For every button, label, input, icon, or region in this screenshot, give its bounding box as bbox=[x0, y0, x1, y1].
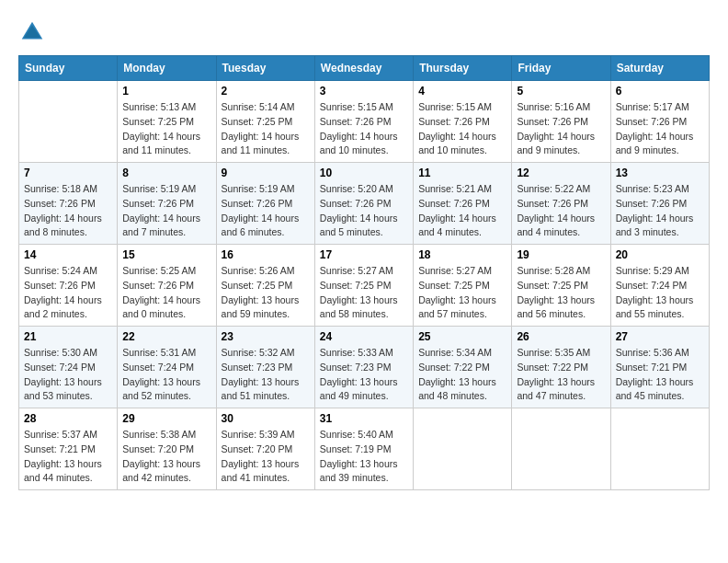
day-info: Sunrise: 5:14 AM Sunset: 7:25 PM Dayligh… bbox=[222, 100, 310, 158]
calendar-cell bbox=[19, 81, 118, 163]
day-info: Sunrise: 5:15 AM Sunset: 7:26 PM Dayligh… bbox=[418, 100, 506, 158]
calendar-cell: 4Sunrise: 5:15 AM Sunset: 7:26 PM Daylig… bbox=[414, 81, 512, 163]
weekday-header-sunday: Sunday bbox=[19, 56, 118, 81]
day-info: Sunrise: 5:15 AM Sunset: 7:26 PM Dayligh… bbox=[320, 100, 408, 158]
calendar-week-row: 28Sunrise: 5:37 AM Sunset: 7:21 PM Dayli… bbox=[19, 408, 710, 490]
day-number: 19 bbox=[517, 248, 605, 261]
day-info: Sunrise: 5:35 AM Sunset: 7:22 PM Dayligh… bbox=[517, 346, 605, 404]
calendar-cell: 19Sunrise: 5:28 AM Sunset: 7:25 PM Dayli… bbox=[512, 245, 610, 327]
day-number: 14 bbox=[24, 248, 112, 261]
day-info: Sunrise: 5:38 AM Sunset: 7:20 PM Dayligh… bbox=[122, 428, 210, 486]
day-number: 24 bbox=[320, 330, 408, 343]
weekday-header-tuesday: Tuesday bbox=[216, 56, 314, 81]
day-info: Sunrise: 5:22 AM Sunset: 7:26 PM Dayligh… bbox=[517, 182, 605, 240]
day-info: Sunrise: 5:34 AM Sunset: 7:22 PM Dayligh… bbox=[418, 346, 506, 404]
calendar-table: SundayMondayTuesdayWednesdayThursdayFrid… bbox=[18, 55, 710, 490]
calendar-cell: 22Sunrise: 5:31 AM Sunset: 7:24 PM Dayli… bbox=[118, 327, 216, 408]
calendar-cell: 29Sunrise: 5:38 AM Sunset: 7:20 PM Dayli… bbox=[118, 408, 216, 490]
calendar-cell: 20Sunrise: 5:29 AM Sunset: 7:24 PM Dayli… bbox=[610, 245, 709, 327]
day-info: Sunrise: 5:13 AM Sunset: 7:25 PM Dayligh… bbox=[122, 100, 210, 158]
calendar-cell: 6Sunrise: 5:17 AM Sunset: 7:26 PM Daylig… bbox=[610, 81, 709, 163]
weekday-header-monday: Monday bbox=[118, 56, 216, 81]
calendar-cell: 18Sunrise: 5:27 AM Sunset: 7:25 PM Dayli… bbox=[414, 245, 512, 327]
calendar-cell: 16Sunrise: 5:26 AM Sunset: 7:25 PM Dayli… bbox=[216, 245, 314, 327]
calendar-week-row: 21Sunrise: 5:30 AM Sunset: 7:24 PM Dayli… bbox=[19, 327, 710, 408]
day-info: Sunrise: 5:32 AM Sunset: 7:23 PM Dayligh… bbox=[222, 346, 310, 404]
day-info: Sunrise: 5:21 AM Sunset: 7:26 PM Dayligh… bbox=[418, 182, 506, 240]
day-info: Sunrise: 5:17 AM Sunset: 7:26 PM Dayligh… bbox=[616, 100, 704, 158]
day-number: 2 bbox=[222, 85, 310, 98]
calendar-cell bbox=[610, 408, 709, 490]
page-header bbox=[18, 18, 710, 46]
calendar-cell: 26Sunrise: 5:35 AM Sunset: 7:22 PM Dayli… bbox=[512, 327, 610, 408]
day-number: 23 bbox=[222, 330, 310, 343]
day-info: Sunrise: 5:33 AM Sunset: 7:23 PM Dayligh… bbox=[320, 346, 408, 404]
day-number: 1 bbox=[122, 85, 210, 98]
day-number: 28 bbox=[24, 412, 112, 425]
calendar-cell: 30Sunrise: 5:39 AM Sunset: 7:20 PM Dayli… bbox=[216, 408, 314, 490]
day-info: Sunrise: 5:26 AM Sunset: 7:25 PM Dayligh… bbox=[222, 264, 310, 322]
day-number: 13 bbox=[616, 167, 704, 179]
day-number: 3 bbox=[320, 85, 408, 98]
day-info: Sunrise: 5:16 AM Sunset: 7:26 PM Dayligh… bbox=[517, 100, 605, 158]
weekday-header-row: SundayMondayTuesdayWednesdayThursdayFrid… bbox=[19, 56, 710, 81]
day-info: Sunrise: 5:27 AM Sunset: 7:25 PM Dayligh… bbox=[320, 264, 408, 322]
calendar-cell: 7Sunrise: 5:18 AM Sunset: 7:26 PM Daylig… bbox=[19, 163, 118, 245]
calendar-cell: 21Sunrise: 5:30 AM Sunset: 7:24 PM Dayli… bbox=[19, 327, 118, 408]
day-info: Sunrise: 5:25 AM Sunset: 7:26 PM Dayligh… bbox=[122, 264, 210, 322]
calendar-cell: 12Sunrise: 5:22 AM Sunset: 7:26 PM Dayli… bbox=[512, 163, 610, 245]
calendar-cell: 9Sunrise: 5:19 AM Sunset: 7:26 PM Daylig… bbox=[216, 163, 314, 245]
calendar-cell: 11Sunrise: 5:21 AM Sunset: 7:26 PM Dayli… bbox=[414, 163, 512, 245]
day-info: Sunrise: 5:24 AM Sunset: 7:26 PM Dayligh… bbox=[24, 264, 112, 322]
calendar-cell: 10Sunrise: 5:20 AM Sunset: 7:26 PM Dayli… bbox=[314, 163, 413, 245]
calendar-cell: 24Sunrise: 5:33 AM Sunset: 7:23 PM Dayli… bbox=[314, 327, 413, 408]
day-number: 15 bbox=[122, 248, 210, 261]
day-number: 16 bbox=[222, 248, 310, 261]
day-number: 26 bbox=[517, 330, 605, 343]
calendar-cell: 28Sunrise: 5:37 AM Sunset: 7:21 PM Dayli… bbox=[19, 408, 118, 490]
day-number: 7 bbox=[24, 167, 112, 179]
day-number: 20 bbox=[616, 248, 704, 261]
day-info: Sunrise: 5:31 AM Sunset: 7:24 PM Dayligh… bbox=[122, 346, 210, 404]
day-info: Sunrise: 5:36 AM Sunset: 7:21 PM Dayligh… bbox=[616, 346, 704, 404]
day-info: Sunrise: 5:40 AM Sunset: 7:19 PM Dayligh… bbox=[320, 428, 408, 486]
weekday-header-wednesday: Wednesday bbox=[314, 56, 413, 81]
day-info: Sunrise: 5:19 AM Sunset: 7:26 PM Dayligh… bbox=[122, 182, 210, 240]
day-number: 22 bbox=[122, 330, 210, 343]
logo bbox=[18, 18, 50, 46]
day-number: 18 bbox=[418, 248, 506, 261]
calendar-cell: 27Sunrise: 5:36 AM Sunset: 7:21 PM Dayli… bbox=[610, 327, 709, 408]
day-number: 4 bbox=[418, 85, 506, 98]
calendar-cell bbox=[414, 408, 512, 490]
calendar-cell: 5Sunrise: 5:16 AM Sunset: 7:26 PM Daylig… bbox=[512, 81, 610, 163]
weekday-header-friday: Friday bbox=[512, 56, 610, 81]
day-info: Sunrise: 5:30 AM Sunset: 7:24 PM Dayligh… bbox=[24, 346, 112, 404]
day-info: Sunrise: 5:29 AM Sunset: 7:24 PM Dayligh… bbox=[616, 264, 704, 322]
weekday-header-saturday: Saturday bbox=[610, 56, 709, 81]
calendar-week-row: 14Sunrise: 5:24 AM Sunset: 7:26 PM Dayli… bbox=[19, 245, 710, 327]
calendar-cell: 17Sunrise: 5:27 AM Sunset: 7:25 PM Dayli… bbox=[314, 245, 413, 327]
day-number: 30 bbox=[222, 412, 310, 425]
calendar-cell: 25Sunrise: 5:34 AM Sunset: 7:22 PM Dayli… bbox=[414, 327, 512, 408]
day-info: Sunrise: 5:23 AM Sunset: 7:26 PM Dayligh… bbox=[616, 182, 704, 240]
calendar-cell: 1Sunrise: 5:13 AM Sunset: 7:25 PM Daylig… bbox=[118, 81, 216, 163]
calendar-cell: 31Sunrise: 5:40 AM Sunset: 7:19 PM Dayli… bbox=[314, 408, 413, 490]
day-number: 17 bbox=[320, 248, 408, 261]
day-info: Sunrise: 5:39 AM Sunset: 7:20 PM Dayligh… bbox=[222, 428, 310, 486]
day-number: 12 bbox=[517, 167, 605, 179]
calendar-cell: 3Sunrise: 5:15 AM Sunset: 7:26 PM Daylig… bbox=[314, 81, 413, 163]
day-info: Sunrise: 5:19 AM Sunset: 7:26 PM Dayligh… bbox=[222, 182, 310, 240]
day-number: 11 bbox=[418, 167, 506, 179]
day-number: 6 bbox=[616, 85, 704, 98]
day-number: 27 bbox=[616, 330, 704, 343]
day-number: 21 bbox=[24, 330, 112, 343]
calendar-cell: 2Sunrise: 5:14 AM Sunset: 7:25 PM Daylig… bbox=[216, 81, 314, 163]
calendar-cell bbox=[512, 408, 610, 490]
day-number: 9 bbox=[222, 167, 310, 179]
day-info: Sunrise: 5:27 AM Sunset: 7:25 PM Dayligh… bbox=[418, 264, 506, 322]
calendar-cell: 8Sunrise: 5:19 AM Sunset: 7:26 PM Daylig… bbox=[118, 163, 216, 245]
calendar-cell: 23Sunrise: 5:32 AM Sunset: 7:23 PM Dayli… bbox=[216, 327, 314, 408]
day-number: 10 bbox=[320, 167, 408, 179]
calendar-cell: 15Sunrise: 5:25 AM Sunset: 7:26 PM Dayli… bbox=[118, 245, 216, 327]
day-number: 31 bbox=[320, 412, 408, 425]
